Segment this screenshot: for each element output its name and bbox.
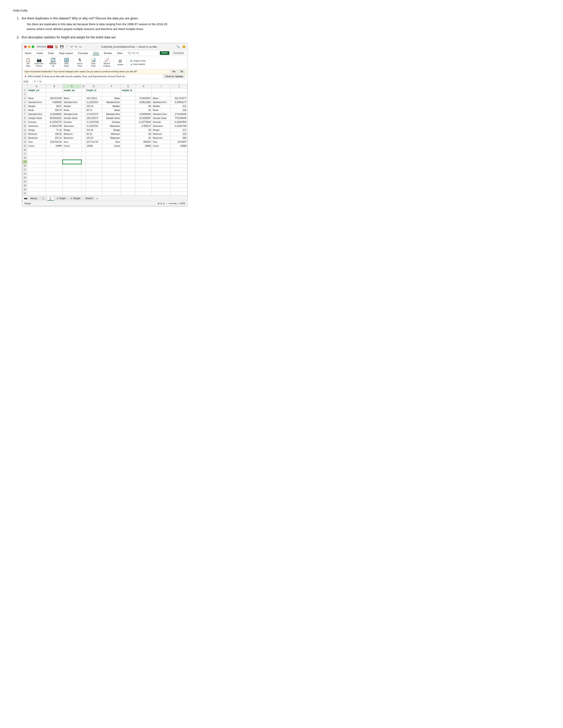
cell-C1[interactable]: weight_kg: [63, 88, 81, 92]
cell-A12[interactable]: Minimum: [27, 132, 46, 136]
cell-G6[interactable]: [121, 108, 135, 112]
cell-J5[interactable]: 221: [170, 104, 187, 108]
cell-F3[interactable]: Mean: [102, 96, 121, 100]
cell-E22[interactable]: [85, 172, 102, 176]
cell-F21[interactable]: [102, 168, 121, 172]
cell-E13[interactable]: 163.29: [85, 136, 102, 140]
cell-I16[interactable]: [152, 148, 170, 152]
cell-H24[interactable]: [135, 180, 152, 184]
cell-J2[interactable]: [170, 92, 187, 96]
cell-G8[interactable]: [121, 116, 135, 120]
cell-C23[interactable]: [63, 176, 81, 180]
share-button[interactable]: Share: [160, 51, 169, 55]
cell-F26[interactable]: [102, 188, 121, 192]
cell-E5[interactable]: 100.24: [85, 104, 102, 108]
tab-draw[interactable]: Draw: [47, 51, 55, 55]
cell-D15[interactable]: [81, 144, 85, 148]
cell-A20[interactable]: [27, 164, 46, 168]
cell-D10[interactable]: [81, 124, 85, 128]
redo-icon[interactable]: ↪: [75, 45, 77, 48]
cell-B20[interactable]: [46, 164, 63, 168]
cell-C10[interactable]: Skewness: [63, 124, 81, 128]
cell-D16[interactable]: [81, 148, 85, 152]
col-header-G[interactable]: G: [121, 84, 135, 88]
cell-D27[interactable]: [81, 192, 85, 196]
comments-button[interactable]: Comments: [171, 51, 186, 55]
cell-A1[interactable]: height_cm: [27, 88, 46, 92]
sheet-tab-1[interactable]: 1.: [40, 197, 47, 200]
cell-H13[interactable]: 91: [135, 136, 152, 140]
cell-B2[interactable]: [46, 92, 63, 96]
cell-D21[interactable]: [81, 168, 85, 172]
cell-F11[interactable]: Range: [102, 128, 121, 132]
cell-E4[interactable]: 0.12203354: [85, 100, 102, 104]
cell-B5[interactable]: 203.2: [46, 104, 63, 108]
cell-B11[interactable]: 71.12: [46, 128, 63, 132]
cell-D20[interactable]: [81, 164, 85, 168]
cell-H3[interactable]: 79.0833567: [135, 96, 152, 100]
cell-D5[interactable]: [81, 104, 85, 108]
update-close-icon[interactable]: ✕: [24, 75, 26, 78]
grid-view-icon[interactable]: ⊞: [158, 202, 159, 205]
data-tools-icon[interactable]: 📊: [91, 58, 96, 62]
cell-E3[interactable]: 100.76813: [85, 96, 102, 100]
cell-I8[interactable]: Sample Variar: [152, 116, 170, 120]
no-button[interactable]: No: [178, 70, 185, 73]
cell-F2[interactable]: [102, 92, 121, 96]
cell-H25[interactable]: [135, 184, 152, 188]
cell-B16[interactable]: [46, 148, 63, 152]
cell-J24[interactable]: [170, 180, 187, 184]
cell-J8[interactable]: 773.649445: [170, 116, 187, 120]
sheet-tab-master[interactable]: Master: [28, 197, 40, 200]
cell-F16[interactable]: [102, 148, 121, 152]
cell-E15[interactable]: 10689: [85, 144, 102, 148]
cell-A23[interactable]: [27, 176, 46, 180]
cell-G9[interactable]: [121, 120, 135, 124]
get-data-icon[interactable]: 📋: [26, 58, 30, 62]
cell-H20[interactable]: [135, 164, 152, 168]
cell-F15[interactable]: Count: [102, 144, 121, 148]
cell-D2[interactable]: [81, 92, 85, 96]
cell-B19[interactable]: [46, 160, 63, 164]
cell-A26[interactable]: [27, 188, 46, 192]
add-sheet-button[interactable]: +: [95, 197, 99, 200]
cell-D22[interactable]: [81, 172, 85, 176]
cell-B27[interactable]: [46, 192, 63, 196]
cell-D1[interactable]: [81, 88, 85, 92]
cell-I11[interactable]: Range: [152, 128, 170, 132]
zoom-slider[interactable]: ━━━━━●: [169, 202, 177, 205]
cell-B6[interactable]: 205.74: [46, 108, 63, 112]
cell-D7[interactable]: [81, 112, 85, 116]
cell-D14[interactable]: [81, 140, 85, 144]
outline-icon[interactable]: ⊟: [118, 59, 122, 63]
cell-A27[interactable]: [27, 192, 46, 196]
cell-B4[interactable]: 0.089203: [46, 100, 63, 104]
cell-I18[interactable]: [152, 156, 170, 160]
cell-B25[interactable]: [46, 184, 63, 188]
refresh-icon[interactable]: 🔄: [51, 58, 55, 62]
home-icon[interactable]: 🏠: [55, 45, 58, 48]
autosave-toggle[interactable]: OFF: [47, 45, 53, 48]
cell-I25[interactable]: [152, 184, 170, 188]
col-header-I[interactable]: I: [152, 84, 170, 88]
col-header-D[interactable]: D: [81, 84, 85, 88]
cell-E16[interactable]: [85, 148, 102, 152]
cell-G7[interactable]: [121, 112, 135, 116]
cell-F9[interactable]: Kurtosis: [102, 120, 121, 124]
cell-A14[interactable]: Sum: [27, 140, 46, 144]
cell-J20[interactable]: [170, 164, 187, 168]
cell-B1[interactable]: [46, 88, 63, 92]
cell-E21[interactable]: [85, 168, 102, 172]
cell-I22[interactable]: [152, 172, 170, 176]
cell-I3[interactable]: Mean: [152, 96, 170, 100]
cell-G24[interactable]: [121, 180, 135, 184]
sheet-tab-3-weight[interactable]: 3. Weight: [68, 197, 83, 200]
cell-J16[interactable]: [170, 148, 187, 152]
cell-E14[interactable]: 1077110.54: [85, 140, 102, 144]
cell-E6[interactable]: 99.79: [85, 108, 102, 112]
cell-F7[interactable]: Standard Devi: [102, 112, 121, 116]
cell-J17[interactable]: [170, 152, 187, 156]
cell-J26[interactable]: [170, 188, 187, 192]
cell-J9[interactable]: -0.13067604: [170, 120, 187, 124]
page-break-icon[interactable]: ⊡: [163, 202, 165, 205]
